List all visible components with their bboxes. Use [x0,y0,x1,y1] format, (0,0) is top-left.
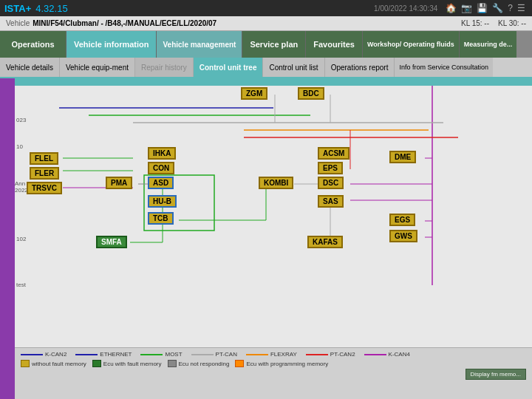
home-icon[interactable]: 🏠 [446,3,457,13]
side-label-102: 102 [16,236,26,242]
subtab-control-unit-list[interactable]: Control unit list [263,58,324,77]
menu-icon[interactable]: ☰ [517,3,525,13]
subtab-control-unit-tree[interactable]: Control unit tree [194,58,264,77]
wrench-icon[interactable]: 🔧 [492,3,503,13]
teal-bar [15,78,532,86]
connection-lines [15,78,532,389]
ecu-fler[interactable]: FLER [30,167,59,180]
ecu-bdc[interactable]: BDC [298,87,324,100]
ecu-eps[interactable]: EPS [318,162,343,174]
content-area: 023 10 Ann2022 102 test [0,78,532,399]
ecu-tcb[interactable]: TCB [148,212,174,225]
title-bar: ISTA+ 4.32.15 1/00/2022 14:30:34 🏠 📷 💾 🔧… [0,0,532,16]
ecu-con[interactable]: CON [148,162,174,174]
main-nav: Operations Vehicle information Vehicle m… [0,31,532,58]
tab-vehicle-information[interactable]: Vehicle information [66,31,157,58]
tab-measuring[interactable]: Measuring de... [460,31,517,58]
vehicle-info: MINI/F54/Clubman/ - /B48,-/MANUAL/ECE/LL… [33,19,216,27]
ecu-dme[interactable]: DME [389,151,416,163]
ecu-sas[interactable]: SAS [318,195,344,208]
ecu-smfa[interactable]: SMFA [96,236,127,248]
kl15-info: KL 15: -- [461,19,489,27]
ecu-trsvc[interactable]: TRSVC [27,182,62,194]
tab-operations[interactable]: Operations [0,31,66,58]
subtab-info-service[interactable]: Info from Service Consultation [395,58,493,77]
tab-workshop[interactable]: Workshop/ Operating fluids [363,31,460,58]
subtab-repair-history[interactable]: Repair history [135,58,194,77]
side-label-10: 10 [16,143,23,150]
subtab-operations-report[interactable]: Operations report [325,58,395,77]
ecu-zgm[interactable]: ZGM [241,87,267,100]
vehicle-bar: Vehicle MINI/F54/Clubman/ - /B48,-/MANUA… [0,16,532,31]
app-container: ISTA+ 4.32.15 1/00/2022 14:30:34 🏠 📷 💾 🔧… [0,0,532,399]
side-label-023: 023 [16,117,26,123]
tab-service-plan[interactable]: Service plan [242,31,306,58]
ecu-asd[interactable]: ASD [148,177,174,189]
ecu-acsm[interactable]: ACSM [318,147,349,160]
ecu-egs[interactable]: EGS [389,214,415,226]
ecu-pma[interactable]: PMA [106,177,132,189]
save-icon[interactable]: 💾 [477,3,488,13]
ecu-kombi[interactable]: KOMBI [259,177,293,189]
ecu-ihka[interactable]: IHKA [148,147,176,160]
subtab-vehicle-equipment[interactable]: Vehicle equip-ment [60,58,135,77]
ecu-gws[interactable]: GWS [389,230,417,242]
tab-vehicle-management[interactable]: Vehicle management [157,31,242,58]
ecu-dsc[interactable]: DSC [318,177,344,189]
tab-favourites[interactable]: Favourites [306,31,363,58]
ecu-hub[interactable]: HU-B [148,195,177,208]
kl30-info: KL 30: -- [498,19,526,27]
datetime-label: 1/00/2022 14:30:34 [374,4,437,13]
sub-nav: Vehicle details Vehicle equip-ment Repai… [0,58,532,78]
subtab-vehicle-details[interactable]: Vehicle details [0,58,60,77]
camera-icon[interactable]: 📷 [461,3,472,13]
vehicle-label: Vehicle [6,19,30,27]
ecu-flel[interactable]: FLEL [30,152,58,165]
app-name-label: ISTA+ [4,3,31,14]
left-strip [0,78,15,399]
ecu-kafas[interactable]: KAFAS [307,236,343,248]
app-version-label: 4.32.15 [35,3,67,14]
side-label-test: test [16,282,26,288]
question-icon[interactable]: ? [508,3,513,13]
